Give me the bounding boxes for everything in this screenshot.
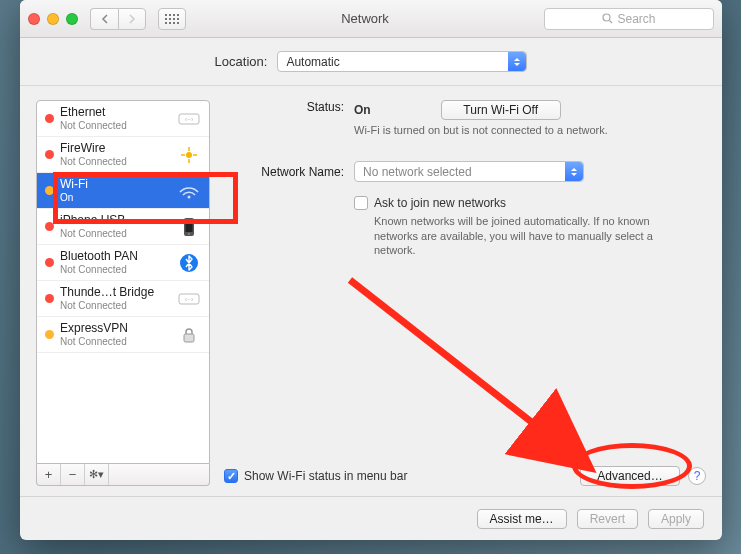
network-name-select[interactable]: No network selected [354, 161, 584, 182]
minimize-icon[interactable] [47, 13, 59, 25]
traffic-lights [28, 13, 78, 25]
status-hint: Wi-Fi is turned on but is not connected … [354, 123, 654, 137]
window-title: Network [192, 11, 538, 26]
chevron-updown-icon [508, 52, 526, 71]
sidebar-item-sub: On [60, 192, 171, 203]
status-dot-icon [45, 330, 54, 339]
svg-rect-3 [177, 14, 179, 16]
sidebar-item-label: Wi-Fi [60, 178, 171, 191]
sidebar-item-sub: Not Connected [60, 264, 171, 275]
svg-point-12 [603, 14, 610, 21]
svg-point-21 [188, 195, 191, 198]
sidebar-item-ethernet[interactable]: EthernetNot Connected ‹··› [37, 101, 209, 137]
sidebar-item-expressvpn[interactable]: ExpressVPNNot Connected [37, 317, 209, 353]
status-dot-icon [45, 294, 54, 303]
network-name-label: Network Name: [224, 165, 354, 179]
location-value: Automatic [286, 55, 339, 69]
body: EthernetNot Connected ‹··› FireWireNot C… [20, 86, 722, 496]
ask-join-hint: Known networks will be joined automatica… [374, 214, 654, 257]
svg-text:‹··›: ‹··› [185, 116, 194, 123]
svg-rect-5 [169, 18, 171, 20]
detail-bottom-bar: Show Wi-Fi status in menu bar Advanced… … [224, 460, 706, 486]
sidebar-item-sub: Not Connected [60, 120, 171, 131]
network-prefs-window: Network Search Location: Automatic Ether… [20, 0, 722, 540]
ask-join-checkbox[interactable]: Ask to join new networks [354, 196, 706, 210]
search-input[interactable]: Search [544, 8, 714, 30]
iphone-icon [177, 215, 201, 239]
add-interface-button[interactable]: + [37, 464, 61, 485]
detail-pane: Status: On Turn Wi-Fi Off Wi-Fi is turne… [224, 100, 706, 486]
status-dot-icon [45, 114, 54, 123]
back-button[interactable] [90, 8, 118, 30]
svg-point-24 [188, 233, 190, 235]
thunderbolt-icon: ‹··› [177, 287, 201, 311]
nav-back-forward [90, 8, 146, 30]
search-placeholder: Search [617, 12, 655, 26]
firewire-icon [177, 143, 201, 167]
svg-rect-6 [173, 18, 175, 20]
sidebar-item-label: FireWire [60, 142, 171, 155]
checkbox-icon [354, 196, 368, 210]
ethernet-icon: ‹··› [177, 107, 201, 131]
sidebar-item-bluetooth[interactable]: Bluetooth PANNot Connected [37, 245, 209, 281]
zoom-icon[interactable] [66, 13, 78, 25]
svg-point-16 [186, 152, 192, 158]
svg-line-13 [610, 21, 613, 24]
show-status-label: Show Wi-Fi status in menu bar [244, 469, 407, 483]
show-status-checkbox[interactable]: Show Wi-Fi status in menu bar [224, 469, 407, 483]
forward-button[interactable] [118, 8, 146, 30]
network-name-value: No network selected [363, 165, 472, 179]
ask-join-label: Ask to join new networks [374, 196, 506, 210]
sidebar-item-label: ExpressVPN [60, 322, 171, 335]
status-value: On [354, 103, 371, 117]
status-dot-icon [45, 222, 54, 231]
advanced-button[interactable]: Advanced… [580, 466, 680, 486]
sidebar-item-sub: Not Connected [60, 156, 171, 167]
apply-button[interactable]: Apply [648, 509, 704, 529]
wifi-icon [177, 179, 201, 203]
sidebar-item-sub: Not Connected [60, 300, 171, 311]
svg-rect-0 [165, 14, 167, 16]
sidebar-item-firewire[interactable]: FireWireNot Connected [37, 137, 209, 173]
chevron-updown-icon [565, 162, 583, 181]
bluetooth-icon [177, 251, 201, 275]
svg-rect-8 [165, 22, 167, 24]
location-label: Location: [215, 54, 268, 69]
location-select[interactable]: Automatic [277, 51, 527, 72]
search-icon [602, 13, 613, 24]
list-footer: + − ✻▾ [36, 464, 210, 486]
status-label: Status: [224, 100, 354, 114]
action-menu-button[interactable]: ✻▾ [85, 464, 109, 485]
svg-rect-10 [173, 22, 175, 24]
wifi-toggle-button[interactable]: Turn Wi-Fi Off [441, 100, 561, 120]
footer: Assist me… Revert Apply [20, 496, 722, 540]
svg-rect-9 [169, 22, 171, 24]
svg-rect-4 [165, 18, 167, 20]
sidebar-item-sub: Not Connected [60, 228, 171, 239]
svg-text:‹··›: ‹··› [185, 296, 194, 303]
location-bar: Location: Automatic [20, 38, 722, 86]
sidebar-item-sub: Not Connected [60, 336, 171, 347]
svg-rect-23 [186, 220, 193, 232]
svg-rect-7 [177, 18, 179, 20]
titlebar: Network Search [20, 0, 722, 38]
status-dot-icon [45, 186, 54, 195]
sidebar-item-label: iPhone USB [60, 214, 171, 227]
show-all-button[interactable] [158, 8, 186, 30]
close-icon[interactable] [28, 13, 40, 25]
revert-button[interactable]: Revert [577, 509, 638, 529]
assist-me-button[interactable]: Assist me… [477, 509, 567, 529]
sidebar-item-wifi[interactable]: Wi-FiOn [37, 173, 209, 209]
svg-rect-28 [184, 334, 194, 342]
help-button[interactable]: ? [688, 467, 706, 485]
sidebar-item-label: Thunde…t Bridge [60, 286, 171, 299]
status-dot-icon [45, 150, 54, 159]
sidebar-item-label: Ethernet [60, 106, 171, 119]
interface-list: EthernetNot Connected ‹··› FireWireNot C… [36, 100, 210, 464]
svg-rect-11 [177, 22, 179, 24]
checkbox-icon [224, 469, 238, 483]
sidebar-item-thunderbolt[interactable]: Thunde…t BridgeNot Connected ‹··› [37, 281, 209, 317]
sidebar-item-iphone-usb[interactable]: iPhone USBNot Connected [37, 209, 209, 245]
remove-interface-button[interactable]: − [61, 464, 85, 485]
svg-rect-2 [173, 14, 175, 16]
